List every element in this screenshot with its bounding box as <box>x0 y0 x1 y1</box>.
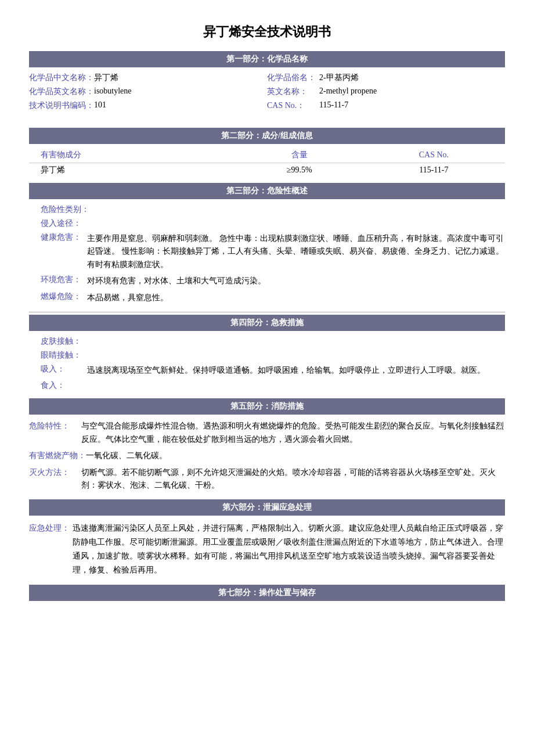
part1-value-en: isobutylene <box>94 87 132 97</box>
col-header-content: 含量 <box>236 147 363 163</box>
part3-field-health: 健康危害： 主要作用是窒息、弱麻醉和弱刺激。 急性中毒：出现粘膜刺激症状、嗜睡、… <box>29 231 505 273</box>
part3-section: 第三部分：危险性概述 危险性类别： 侵入途径： 健康危害： 主要作用是窒息、弱麻… <box>29 183 505 306</box>
part1-label-en: 化学品英文名称： <box>29 87 94 97</box>
part4-skin-label: 皮肤接触： <box>29 334 505 348</box>
comp-cas: 115-11-7 <box>363 163 505 178</box>
part4-eye-label: 眼睛接触： <box>29 348 505 362</box>
part4-inhale-value: 迅速脱离现场至空气新鲜处。保持呼吸道通畅。如呼吸困难，给输氧。如呼吸停止，立即进… <box>87 364 505 377</box>
part5-byproduct-value: 一氧化碳、二氧化碳。 <box>86 449 505 462</box>
part1-row3: 技术说明书编码： 101 CAS No.： 115-11-7 <box>29 99 505 113</box>
part1-label-cas: CAS No.： <box>267 100 319 111</box>
part3-field-route-label: 侵入途径： <box>29 217 505 231</box>
part6-emergency-value: 迅速撤离泄漏污染区人员至上风处，并进行隔离，严格限制出入。切断火源。建议应急处理… <box>73 521 505 577</box>
part5-byproduct-label: 有害燃烧产物： <box>29 449 86 462</box>
col-header-cas: CAS No. <box>363 147 505 163</box>
part1-label-enname: 英文名称： <box>267 87 319 97</box>
part4-inhale-row: 吸入： 迅速脱离现场至空气新鲜处。保持呼吸道通畅。如呼吸困难，给输氧。如呼吸停止… <box>29 362 505 379</box>
part3-health-value: 主要作用是窒息、弱麻醉和弱刺激。 急性中毒：出现粘膜刺激症状、嗜睡、血压稍升高，… <box>87 232 505 271</box>
part4-section: 第四部分：急救措施 皮肤接触： 眼睛接触： 吸入： 迅速脱离现场至空气新鲜处。保… <box>29 315 505 393</box>
part1-section: 第一部分：化学品名称 化学品中文名称： 异丁烯 化学品俗名： 2-甲基丙烯 化学… <box>29 51 505 113</box>
part4-eat-label: 食入： <box>29 379 505 393</box>
part6-emergency-row: 应急处理： 迅速撤离泄漏污染区人员至上风处，并进行隔离，严格限制出入。切断火源。… <box>29 519 505 579</box>
part5-byproduct-row: 有害燃烧产物： 一氧化碳、二氧化碳。 <box>29 448 505 464</box>
part5-danger-row: 危险特性： 与空气混合能形成爆炸性混合物。遇热源和明火有燃烧爆炸的危险。受热可能… <box>29 418 505 448</box>
page-title: 异丁烯安全技术说明书 <box>29 23 505 41</box>
part2-section: 第二部分：成分/组成信息 有害物成分 含量 CAS No. 异丁烯 ≥99.5%… <box>29 128 505 177</box>
part1-label-code: 技术说明书编码： <box>29 100 94 111</box>
part3-fire-value: 本品易燃，具窒息性。 <box>87 291 505 304</box>
part1-value-code: 101 <box>94 100 106 111</box>
part6-header: 第六部分：泄漏应急处理 <box>29 499 505 516</box>
part6-section: 第六部分：泄漏应急处理 应急处理： 迅速撤离泄漏污染区人员至上风处，并进行隔离，… <box>29 499 505 579</box>
part5-method-row: 灭火方法： 切断气源。若不能切断气源，则不允许熄灭泄漏处的火焰。喷水冷却容器，可… <box>29 465 505 494</box>
part3-field-fire: 燃爆危险： 本品易燃，具窒息性。 <box>29 290 505 306</box>
table-row: 异丁烯 ≥99.5% 115-11-7 <box>29 163 505 178</box>
part1-label-cn: 化学品中文名称： <box>29 73 94 83</box>
part3-field-env: 环境危害： 对环境有危害，对水体、土壤和大气可造成污染。 <box>29 273 505 289</box>
part1-value-cn: 异丁烯 <box>94 73 118 83</box>
part5-header: 第五部分：消防措施 <box>29 398 505 415</box>
part7-header: 第七部分：操作处置与储存 <box>29 585 505 601</box>
part5-method-value: 切断气源。若不能切断气源，则不允许熄灭泄漏处的火焰。喷水冷却容器，可能的话将容器… <box>81 466 505 492</box>
col-header-name: 有害物成分 <box>29 147 236 163</box>
part1-value-cas: 115-11-7 <box>319 100 348 111</box>
part3-health-label: 健康危害： <box>41 232 87 271</box>
comp-name: 异丁烯 <box>29 163 236 178</box>
part1-row1: 化学品中文名称： 异丁烯 化学品俗名： 2-甲基丙烯 <box>29 71 505 85</box>
part3-env-value: 对环境有危害，对水体、土壤和大气可造成污染。 <box>87 275 505 287</box>
part4-inhale-label: 吸入： <box>41 364 87 377</box>
part7-section: 第七部分：操作处置与储存 <box>29 585 505 601</box>
part2-header: 第二部分：成分/组成信息 <box>29 128 505 144</box>
part3-header: 第三部分：危险性概述 <box>29 183 505 199</box>
part5-danger-label: 危险特性： <box>29 420 81 446</box>
part6-emergency-label: 应急处理： <box>29 521 73 577</box>
part4-header: 第四部分：急救措施 <box>29 315 505 331</box>
composition-table: 有害物成分 含量 CAS No. 异丁烯 ≥99.5% 115-11-7 <box>29 147 505 177</box>
part3-field-danger-label: 危险性类别： <box>29 203 505 217</box>
part3-env-label: 环境危害： <box>41 275 87 287</box>
part1-label-alias: 化学品俗名： <box>267 73 319 83</box>
part1-value-enname: 2-methyl propene <box>319 87 377 97</box>
part3-fire-label: 燃爆危险： <box>41 291 87 304</box>
part1-value-alias: 2-甲基丙烯 <box>319 73 359 83</box>
part5-section: 第五部分：消防措施 危险特性： 与空气混合能形成爆炸性混合物。遇热源和明火有燃烧… <box>29 398 505 494</box>
comp-content: ≥99.5% <box>236 163 363 178</box>
part1-row2: 化学品英文名称： isobutylene 英文名称： 2-methyl prop… <box>29 85 505 99</box>
part1-header: 第一部分：化学品名称 <box>29 51 505 67</box>
part5-method-label: 灭火方法： <box>29 466 81 492</box>
part5-danger-value: 与空气混合能形成爆炸性混合物。遇热源和明火有燃烧爆炸的危险。受热可能发生剧烈的聚… <box>81 420 505 446</box>
